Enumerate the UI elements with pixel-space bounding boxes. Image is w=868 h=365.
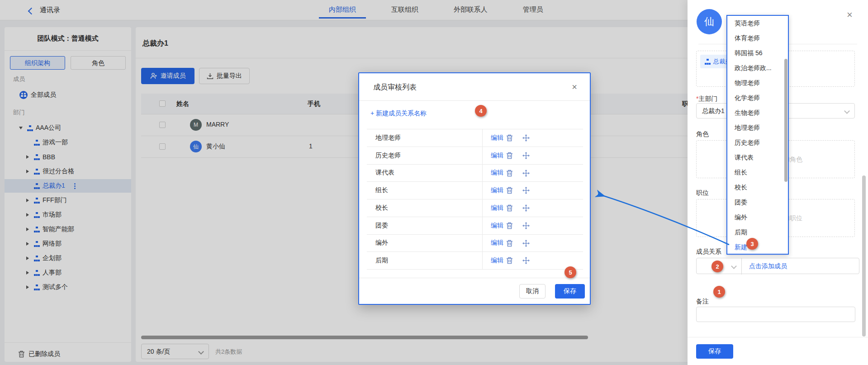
relation-name: 编外 <box>375 239 388 247</box>
new-relation-name-link[interactable]: + 新建成员关系名称 <box>370 109 427 118</box>
relation-name: 历史老师 <box>375 152 401 160</box>
page-scrollbar[interactable] <box>862 175 866 337</box>
primary-dept-label: *主部门 <box>696 95 717 103</box>
move-icon[interactable] <box>522 152 530 161</box>
divider <box>688 337 868 337</box>
relation-row: 编外 编辑 <box>367 235 583 252</box>
dropdown-item[interactable]: 编外 <box>727 210 788 225</box>
role-label: 角色 <box>696 130 709 138</box>
move-icon[interactable] <box>522 170 530 178</box>
relation-table: 地理老师 编辑 历史老师 编辑 课代表 编辑 组长 编辑 <box>367 129 583 270</box>
edit-button[interactable]: 编辑 <box>491 186 503 194</box>
relation-row: 课代表 编辑 <box>367 165 583 182</box>
close-icon[interactable]: × <box>572 82 577 91</box>
edit-button[interactable]: 编辑 <box>491 169 503 177</box>
step-badge-2: 2 <box>711 261 723 272</box>
dropdown-item[interactable]: 地理老师 <box>727 120 788 135</box>
edit-button[interactable]: 编辑 <box>491 134 503 142</box>
panel-save-button[interactable]: 保存 <box>696 344 733 359</box>
dropdown-item[interactable]: 历史老师 <box>727 135 788 150</box>
dropdown-item[interactable]: 组长 <box>727 165 788 180</box>
relation-row: 组长 编辑 <box>367 182 583 199</box>
position-label: 职位 <box>696 189 709 197</box>
edit-button[interactable]: 编辑 <box>491 222 503 230</box>
edit-button[interactable]: 编辑 <box>491 239 503 247</box>
divider <box>359 278 590 278</box>
relation-row: 地理老师 编辑 <box>367 129 583 147</box>
relation-name: 后期 <box>375 256 388 265</box>
relation-row: 历史老师 编辑 <box>367 147 583 165</box>
relation-dropdown: 英语老师 体育老师 韩国福 56 政治老师政... 物理老师 化学老师 生物老师… <box>726 15 789 255</box>
move-icon[interactable] <box>522 187 530 195</box>
dropdown-item[interactable]: 英语老师 <box>727 16 788 31</box>
trash-icon[interactable] <box>506 204 513 213</box>
close-icon[interactable]: × <box>847 10 853 20</box>
dropdown-item[interactable]: 韩国福 56 <box>727 46 788 61</box>
avatar: 仙 <box>697 9 722 34</box>
relation-row: 团委 编辑 <box>367 217 583 235</box>
dropdown-item[interactable]: 化学老师 <box>727 90 788 105</box>
modal-save-button[interactable]: 保存 <box>555 284 585 299</box>
member-review-modal: 成员审核列表 × + 新建成员关系名称 地理老师 编辑 历史老师 编辑 课代表 … <box>358 72 591 305</box>
trash-icon[interactable] <box>506 134 513 143</box>
screen: 通讯录 内部组织 互联组织 外部联系人 管理员 团队模式：普通模式 组织架构 角… <box>0 0 868 365</box>
modal-cancel-button[interactable]: 取消 <box>519 284 545 299</box>
move-icon[interactable] <box>522 222 530 231</box>
edit-button[interactable]: 编辑 <box>491 204 503 212</box>
move-icon[interactable] <box>522 134 530 143</box>
dropdown-item[interactable]: 体育老师 <box>727 31 788 46</box>
step-badge-4: 4 <box>475 105 487 117</box>
relation-label: 成员关系 <box>696 248 721 256</box>
move-icon[interactable] <box>522 204 530 213</box>
step-badge-3: 3 <box>746 238 758 250</box>
relation-name: 地理老师 <box>375 134 401 142</box>
dropdown-scrollbar[interactable] <box>784 59 787 182</box>
dropdown-item[interactable]: 团委 <box>727 195 788 210</box>
step-badge-1: 1 <box>713 286 725 298</box>
note-label: 备注 <box>696 298 709 306</box>
relation-name: 团委 <box>375 222 388 230</box>
chevron-down-icon <box>731 263 737 269</box>
divider <box>359 100 590 101</box>
department-icon <box>705 59 711 65</box>
dropdown-item[interactable]: 课代表 <box>727 150 788 165</box>
trash-icon[interactable] <box>506 170 513 178</box>
relation-name: 组长 <box>375 186 388 194</box>
trash-icon[interactable] <box>506 240 513 248</box>
relation-row: 后期 编辑 <box>367 252 583 270</box>
note-input[interactable] <box>696 307 855 322</box>
dropdown-item[interactable]: 后期 <box>727 225 788 240</box>
trash-icon[interactable] <box>506 222 513 231</box>
relation-name: 校长 <box>375 204 388 212</box>
dropdown-item[interactable]: 物理老师 <box>727 76 788 90</box>
modal-title: 成员审核列表 <box>373 83 417 92</box>
edit-button[interactable]: 编辑 <box>491 152 503 160</box>
edit-button[interactable]: 编辑 <box>491 256 503 265</box>
add-member-link[interactable]: 点击添加成员 <box>749 262 787 270</box>
trash-icon[interactable] <box>506 257 513 265</box>
dropdown-item[interactable]: 生物老师 <box>727 105 788 120</box>
chevron-down-icon <box>844 108 850 114</box>
relation-name: 课代表 <box>375 169 394 177</box>
step-badge-5: 5 <box>564 266 576 278</box>
move-icon[interactable] <box>522 257 530 265</box>
trash-icon[interactable] <box>506 187 513 195</box>
dropdown-item[interactable]: 校长 <box>727 180 788 195</box>
move-icon[interactable] <box>522 240 530 248</box>
relation-row: 校长 编辑 <box>367 199 583 217</box>
primary-dept-value: 总裁办1 <box>702 107 725 115</box>
trash-icon[interactable] <box>506 152 513 161</box>
dropdown-item[interactable]: 政治老师政... <box>727 61 788 76</box>
